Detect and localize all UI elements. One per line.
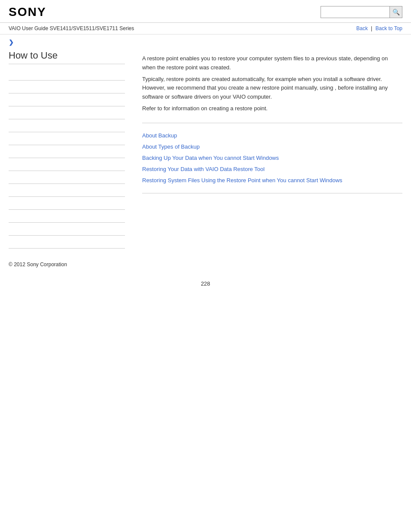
main-content: How to Use A restore point enables you t… bbox=[0, 50, 411, 249]
footer: © 2012 Sony Corporation bbox=[0, 249, 411, 272]
para3-prefix: Refer to bbox=[142, 105, 162, 112]
sidebar-item[interactable] bbox=[9, 223, 125, 236]
backing-up-data-link[interactable]: Backing Up Your Data when You cannot Sta… bbox=[142, 152, 402, 164]
sidebar-item[interactable] bbox=[9, 197, 125, 210]
content-area: A restore point enables you to restore y… bbox=[134, 50, 402, 249]
sidebar-item[interactable] bbox=[9, 236, 125, 249]
breadcrumb-arrow: ❯ bbox=[0, 34, 411, 50]
search-input[interactable] bbox=[321, 6, 389, 18]
sidebar: How to Use bbox=[9, 50, 134, 249]
restore-point-section: A restore point enables you to restore y… bbox=[142, 50, 402, 123]
restoring-system-files-link[interactable]: Restoring System Files Using the Restore… bbox=[142, 175, 402, 186]
guide-title: VAIO User Guide SVE1411/SVE1511/SVE1711 … bbox=[9, 25, 134, 31]
sidebar-item[interactable] bbox=[9, 93, 125, 106]
nav-links: Back | Back to Top bbox=[356, 25, 402, 31]
about-types-of-backup-link[interactable]: About Types of Backup bbox=[142, 141, 402, 152]
search-area: 🔍 bbox=[321, 6, 402, 18]
sidebar-item[interactable] bbox=[9, 184, 125, 197]
content-para-3: Refer to for information on creating a r… bbox=[142, 104, 402, 113]
sidebar-item[interactable] bbox=[9, 158, 125, 171]
restoring-data-link[interactable]: Restoring Your Data with VAIO Data Resto… bbox=[142, 164, 402, 175]
sidebar-item[interactable] bbox=[9, 81, 125, 93]
content-para-2: Typically, restore points are created au… bbox=[142, 75, 402, 102]
back-to-top-link[interactable]: Back to Top bbox=[376, 25, 402, 31]
content-para-1: A restore point enables you to restore y… bbox=[142, 54, 402, 72]
sidebar-item[interactable] bbox=[9, 171, 125, 184]
nav-separator: | bbox=[371, 25, 374, 31]
search-button[interactable]: 🔍 bbox=[389, 6, 402, 18]
header: SONY 🔍 bbox=[0, 0, 411, 23]
sidebar-item[interactable] bbox=[9, 210, 125, 223]
sidebar-item[interactable] bbox=[9, 145, 125, 158]
sidebar-title: How to Use bbox=[9, 50, 125, 64]
search-icon: 🔍 bbox=[392, 9, 400, 16]
about-backup-link[interactable]: About Backup bbox=[142, 130, 402, 141]
content-links-section: About Backup About Types of Backup Backi… bbox=[142, 123, 402, 193]
page-number: 228 bbox=[0, 272, 411, 296]
sidebar-item[interactable] bbox=[9, 132, 125, 145]
sidebar-item[interactable] bbox=[9, 106, 125, 119]
copyright-text: © 2012 Sony Corporation bbox=[9, 261, 67, 268]
sony-logo: SONY bbox=[9, 5, 46, 19]
sidebar-item[interactable] bbox=[9, 68, 125, 81]
sidebar-item[interactable] bbox=[9, 119, 125, 132]
para3-suffix: for information on creating a restore po… bbox=[164, 105, 268, 112]
back-link[interactable]: Back bbox=[356, 25, 368, 31]
nav-bar: VAIO User Guide SVE1411/SVE1511/SVE1711 … bbox=[0, 23, 411, 34]
